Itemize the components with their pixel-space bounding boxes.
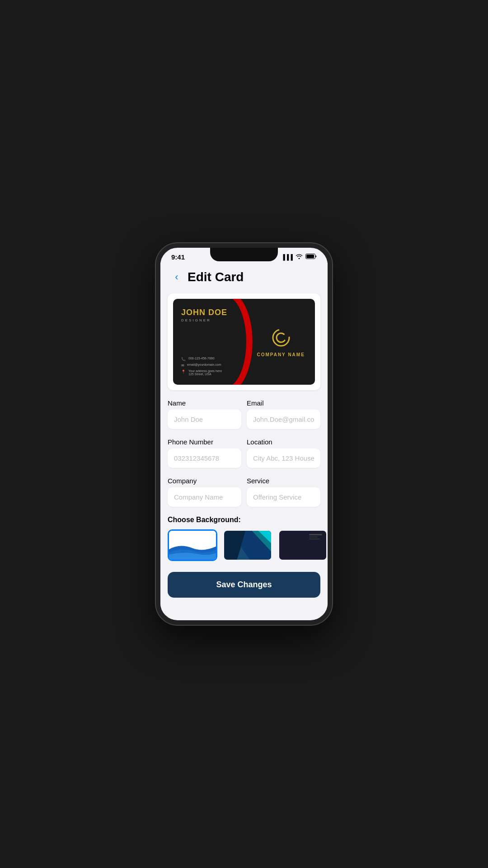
email-label: Email: [247, 399, 320, 407]
company-group: Company: [168, 477, 241, 507]
card-preview-container: JOHN DOE DESIGNER 📞 000-123-456-7890 ✉ e…: [168, 293, 320, 390]
phone-icon: 📞: [181, 357, 186, 361]
location-icon: 📍: [181, 370, 186, 374]
card-email: email@yourdomain.com: [187, 363, 221, 366]
card-right-section: COMPANY NAME: [247, 299, 315, 385]
svg-rect-12: [309, 537, 318, 538]
bg-dark-3-icon: [279, 531, 326, 560]
company-label: Company: [168, 477, 241, 485]
card-left-section: JOHN DOE DESIGNER 📞 000-123-456-7890 ✉ e…: [173, 299, 247, 385]
phone-input[interactable]: [168, 448, 241, 468]
name-input[interactable]: [168, 410, 241, 429]
screen-content: ‹ Edit Card JOHN DOE DESIGNER 📞: [160, 263, 328, 615]
signal-icon: ▐▐▐: [281, 254, 293, 260]
name-group: Name: [168, 399, 241, 429]
card-phone-item: 📞 000-123-456-7890: [181, 357, 239, 361]
name-label: Name: [168, 399, 241, 407]
phone-label: Phone Number: [168, 438, 241, 446]
svg-rect-13: [309, 538, 320, 539]
page-title: Edit Card: [188, 270, 244, 284]
form-section: Name Email Phone Number Location: [160, 399, 328, 507]
svg-rect-1: [306, 255, 314, 258]
card-name: JOHN DOE: [181, 308, 239, 317]
company-input[interactable]: [168, 487, 241, 507]
background-option-1[interactable]: [168, 529, 217, 561]
background-options: [160, 529, 328, 561]
card-job-title: DESIGNER: [181, 318, 239, 322]
location-label: Location: [247, 438, 320, 446]
location-input[interactable]: [247, 448, 320, 468]
status-time: 9:41: [171, 253, 185, 261]
service-group: Service: [247, 477, 320, 507]
background-option-2[interactable]: [223, 529, 272, 561]
background-option-3[interactable]: [278, 529, 328, 561]
email-input[interactable]: [247, 410, 320, 429]
card-company-name: COMPANY NAME: [257, 352, 305, 357]
svg-rect-11: [309, 534, 322, 535]
save-button-container: Save Changes: [160, 572, 328, 605]
phone-group: Phone Number: [168, 438, 241, 468]
card-address: Your address goes here125 Street, USA: [188, 369, 222, 376]
choose-background-label: Choose Background:: [160, 516, 328, 524]
battery-icon: [305, 254, 317, 260]
back-chevron-icon: ‹: [175, 271, 178, 283]
save-changes-button[interactable]: Save Changes: [168, 572, 320, 598]
status-icons: ▐▐▐: [281, 254, 317, 260]
service-input[interactable]: [247, 487, 320, 507]
bg-wave-1-icon: [169, 531, 216, 560]
header: ‹ Edit Card: [160, 263, 328, 290]
back-button[interactable]: ‹: [169, 270, 184, 284]
location-group: Location: [247, 438, 320, 468]
bg-geo-2-icon: [224, 531, 271, 560]
card-email-item: ✉ email@yourdomain.com: [181, 363, 239, 368]
company-logo-icon: [270, 327, 292, 349]
business-card-preview: JOHN DOE DESIGNER 📞 000-123-456-7890 ✉ e…: [173, 299, 315, 385]
email-icon: ✉: [181, 363, 184, 368]
svg-point-3: [277, 333, 286, 342]
card-address-item: 📍 Your address goes here125 Street, USA: [181, 369, 239, 376]
name-email-row: Name Email: [168, 399, 320, 429]
card-contact-info: 📞 000-123-456-7890 ✉ email@yourdomain.co…: [181, 357, 239, 376]
phone-notch: [210, 248, 278, 261]
phone-frame: 9:41 ▐▐▐ ‹: [156, 243, 332, 625]
card-phone: 000-123-456-7890: [188, 357, 215, 360]
service-label: Service: [247, 477, 320, 485]
phone-location-row: Phone Number Location: [168, 438, 320, 468]
company-service-row: Company Service: [168, 477, 320, 507]
email-group: Email: [247, 399, 320, 429]
svg-point-2: [273, 330, 289, 346]
wifi-icon: [296, 254, 303, 260]
